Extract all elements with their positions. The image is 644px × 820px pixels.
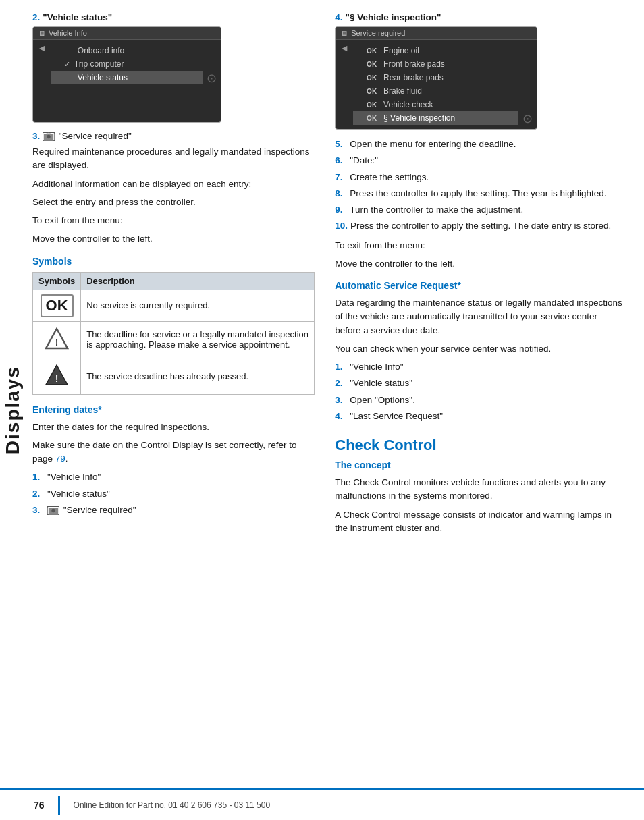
- step3-para1: Required maintenance procedures and lega…: [32, 145, 315, 173]
- right-step-5: 5.Open the menu for entering the deadlin…: [335, 138, 624, 151]
- monitor2-icon: 🖥: [341, 30, 348, 37]
- symbol-ok-desc: No service is currently required.: [81, 290, 315, 321]
- step3-heading: 3. "Service required": [32, 131, 315, 141]
- cc-para2: A Check Control message consists of indi…: [335, 508, 624, 536]
- the-concept-heading: The concept: [335, 460, 624, 470]
- screen2-front-brake: OKFront brake pads: [353, 57, 518, 71]
- symbol-warn-filled-desc: The service deadline has already passed.: [81, 358, 315, 394]
- auto-step-1: 1."Vehicle Info": [335, 360, 624, 374]
- screen1-item-trip: ✓ Trip computer: [51, 57, 203, 71]
- symbol-row-ok: OK No service is currently required.: [33, 290, 315, 321]
- warning-filled-icon: !: [44, 362, 70, 388]
- step4-heading: 4. "§ Vehicle inspection": [335, 12, 624, 22]
- screen2-vehicle-check: OKVehicle check: [353, 98, 518, 111]
- symbol-ok: OK: [33, 290, 81, 321]
- entering-step-2: 2."Vehicle status": [32, 487, 315, 501]
- service-icon-inline: [47, 506, 59, 515]
- exit-para2: Move the controller to the left.: [335, 257, 624, 271]
- auto-step-3: 3.Open "Options".: [335, 393, 624, 407]
- step2-heading: 2. "Vehicle status": [32, 12, 315, 22]
- symbol-warn-filled: !: [33, 358, 81, 394]
- svg-text:!: !: [55, 337, 59, 348]
- step3-para3: Select the entry and press the controlle…: [32, 196, 315, 209]
- auto-steps: 1."Vehicle Info" 2."Vehicle status" 3.Op…: [335, 360, 624, 423]
- screen1-mockup: 🖥 Vehicle Info ◄ Onboard info ✓ Trip com…: [32, 26, 221, 123]
- symbols-heading: Symbols: [32, 256, 315, 267]
- right-step-6: 6."Date:": [335, 154, 624, 167]
- svg-text:!: !: [55, 373, 59, 384]
- right-column: 4. "§ Vehicle inspection" 🖥 Service requ…: [328, 12, 624, 540]
- symbol-warn-outline-desc: The deadline for service or a legally ma…: [81, 321, 315, 358]
- entering-step-3: 3. "Service required": [32, 503, 315, 517]
- sidebar-label: Displays: [0, 0, 26, 820]
- monitor-icon: 🖥: [38, 30, 45, 37]
- screen1-item-onboard: Onboard info: [51, 44, 203, 57]
- auto-para2: You can check when your service center w…: [335, 342, 624, 356]
- checkmark-icon: ✓: [64, 60, 70, 69]
- screen2-title-bar: 🖥 Service required: [336, 27, 537, 40]
- right-step-8: 8.Press the controller to apply the sett…: [335, 187, 624, 200]
- nav-arrow-left: ◄: [37, 43, 47, 53]
- screen2-rear-brake: OKRear brake pads: [353, 71, 518, 84]
- nav-knob-icon: ⊙: [207, 71, 217, 86]
- auto-para1: Data regarding the maintenance status or…: [335, 296, 624, 337]
- entering-dates-heading: Entering dates*: [32, 404, 315, 415]
- right-step-10: 10.Press the controller to apply the set…: [335, 219, 624, 233]
- screen1-item-vehicle-status: Vehicle status: [51, 71, 203, 84]
- cc-para1: The Check Control monitors vehicle funct…: [335, 476, 624, 503]
- entering-dates-steps: 1."Vehicle Info" 2."Vehicle status" 3. "…: [32, 470, 315, 517]
- symbol-warn-outline: !: [33, 321, 81, 358]
- page-number: 76: [34, 800, 45, 811]
- entering-dates-para1: Enter the dates for the required inspect…: [32, 420, 315, 434]
- svg-point-2: [47, 135, 50, 138]
- right-step-7: 7.Create the settings.: [335, 171, 624, 184]
- page-link-79[interactable]: 79: [55, 454, 65, 464]
- exit-para1: To exit from the menu:: [335, 239, 624, 252]
- nav2-knob-icon: ⊙: [522, 111, 533, 126]
- auto-step-4: 4."Last Service Request": [335, 410, 624, 423]
- col-description: Description: [81, 272, 315, 290]
- entering-dates-para2: Make sure the date on the Control Displa…: [32, 439, 315, 466]
- warning-outline-icon: !: [44, 326, 70, 352]
- screen2-brake-fluid: OKBrake fluid: [353, 84, 518, 98]
- svg-point-9: [51, 508, 55, 512]
- entering-step-1: 1."Vehicle Info": [32, 470, 315, 484]
- auto-service-heading: Automatic Service Request*: [335, 280, 624, 291]
- screen2-menu: OKEngine oil OKFront brake pads OKRear b…: [353, 40, 518, 129]
- nav2-arrow-left: ◄: [340, 43, 349, 53]
- step3-para4: To exit from the menu:: [32, 214, 315, 227]
- symbol-row-warn-outline: ! The deadline for service or a legally …: [33, 321, 315, 358]
- service-required-icon: [43, 132, 55, 141]
- left-column: 2. "Vehicle status" 🖥 Vehicle Info ◄ Onb…: [32, 12, 328, 540]
- col-symbols: Symbols: [33, 272, 81, 290]
- step3-para5: Move the controller to the left.: [32, 232, 315, 246]
- screen1-title-bar: 🖥 Vehicle Info: [33, 27, 221, 40]
- footer: 76 Online Edition for Part no. 01 40 2 6…: [0, 788, 644, 820]
- step3-para2: Additional information can be displayed …: [32, 177, 315, 191]
- footer-text: Online Edition for Part no. 01 40 2 606 …: [74, 800, 271, 810]
- screen2-mockup: 🖥 Service required ◄ OKEngine oil OKFron…: [335, 26, 537, 130]
- screen2-engine-oil: OKEngine oil: [353, 44, 518, 57]
- symbol-row-warn-filled: ! The service deadline has already passe…: [33, 358, 315, 394]
- steps-5-10: 5.Open the menu for entering the deadlin…: [335, 138, 624, 234]
- check-control-heading: Check Control: [335, 437, 624, 454]
- right-step-9: 9.Turn the controller to make the adjust…: [335, 203, 624, 217]
- footer-divider: [58, 796, 60, 815]
- auto-step-2: 2."Vehicle status": [335, 377, 624, 390]
- screen2-vehicle-inspection: OK§ Vehicle inspection: [353, 111, 518, 125]
- symbols-table: Symbols Description OK No service is cur…: [32, 272, 315, 395]
- screen1-menu: Onboard info ✓ Trip computer Vehicle sta…: [51, 40, 203, 88]
